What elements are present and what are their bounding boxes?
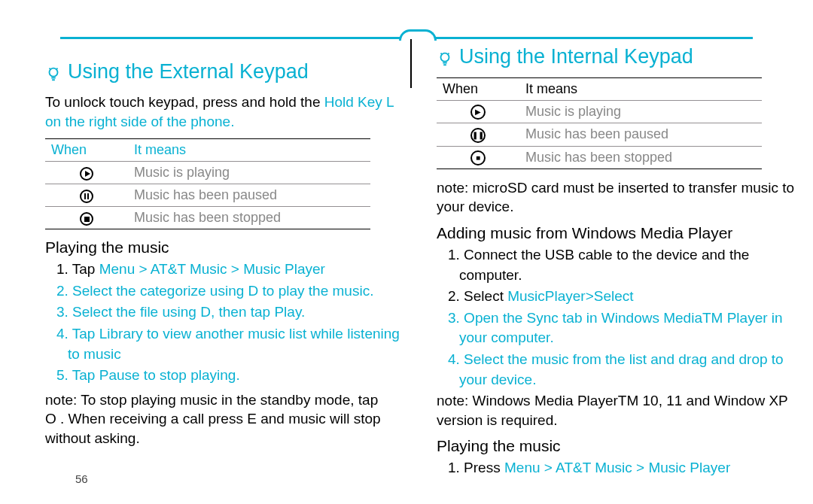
playing-steps: 1. Tap Menu > AT&T Music > Music Player … — [45, 260, 406, 386]
s2c: to play the music. — [258, 283, 373, 299]
internal-status-table: When It means ▶ Music is playing ❚❚ Musi… — [437, 77, 762, 169]
s3d: Play. — [274, 304, 305, 320]
s2a: 2. Select the categorize using — [56, 283, 248, 299]
playing-music-title: Playing the music — [45, 238, 406, 257]
when-icon-cell: ■ — [437, 146, 519, 169]
when-icon-cell — [45, 162, 128, 184]
step-4: 4. Tap Library to view another music lis… — [56, 324, 406, 364]
note1c: E — [247, 411, 257, 427]
add-step-4: 4. Select the music from the list and dr… — [448, 350, 798, 390]
note1b: O . When receiving a call press — [45, 411, 247, 427]
ps1b: Menu > AT&T Music > Music Player — [504, 460, 730, 475]
meaning-cell: Music has been paused — [519, 123, 762, 146]
playing-steps-right: 1. Press Menu > AT&T Music > Music Playe… — [437, 458, 798, 478]
step-1: 1. Tap Menu > AT&T Music > Music Player — [56, 260, 406, 280]
external-status-table: When It means Music is playing Music has… — [45, 138, 370, 229]
adding-steps: 1. Connect the USB cable to the device a… — [437, 245, 798, 390]
col-meaning: It means — [519, 78, 762, 101]
step-5: 5. Tap Pause to stop playing. — [56, 366, 406, 386]
note1a: note: To stop playing music in the stand… — [45, 392, 378, 408]
table-row: ■ Music has been stopped — [437, 146, 762, 169]
tm-mark: TM — [702, 310, 723, 326]
meaning-cell: Music has been paused — [128, 184, 370, 207]
col-when: When — [45, 139, 128, 162]
section-title-internal: Using the Internal Keypad — [437, 45, 798, 68]
s2a: 2. Select — [448, 288, 507, 304]
when-icon-cell — [45, 184, 128, 207]
table-row: Music is playing — [45, 162, 370, 184]
play-icon — [80, 167, 93, 181]
title-text: Using the External Keypad — [68, 60, 309, 83]
table-row: ❚❚ Music has been paused — [437, 123, 762, 146]
lightbulb-icon — [45, 64, 62, 80]
play-step-1: 1. Press Menu > AT&T Music > Music Playe… — [448, 458, 798, 478]
add-step-1: 1. Connect the USB cable to the device a… — [448, 245, 798, 285]
s3c: , then tap — [211, 304, 275, 320]
section-title-external: Using the External Keypad — [45, 60, 406, 83]
note-stop-playing: note: To stop playing music in the stand… — [45, 390, 406, 448]
meaning-cell: Music has been stopped — [519, 146, 762, 169]
s3b: D — [200, 304, 211, 320]
tm-mark: TM — [618, 393, 638, 408]
table-header-row: When It means — [437, 78, 762, 101]
page-number: 56 — [75, 472, 88, 485]
svg-point-1 — [441, 53, 449, 61]
title-text: Using the Internal Keypad — [459, 45, 693, 68]
hold-key-label: Hold Key L — [324, 94, 394, 110]
s4b: Library — [99, 326, 143, 342]
step-3: 3. Select the file using D, then tap Pla… — [56, 302, 406, 323]
intro-plain: To unlock touch keypad, press and hold t… — [45, 94, 320, 110]
intro-teal-suffix: on the right side of the phone. — [45, 114, 234, 129]
stop-icon: ■ — [470, 150, 486, 165]
s5c: to stop playing. — [140, 367, 240, 383]
table-row: Music has been paused — [45, 184, 370, 207]
s2b: MusicPlayer>Select — [507, 288, 633, 304]
s1a: 1. Tap — [56, 261, 95, 277]
intro-text: To unlock touch keypad, press and hold t… — [45, 93, 406, 131]
when-icon-cell: ❚❚ — [437, 123, 519, 146]
col-meaning: It means — [128, 139, 370, 162]
table-row: ▶ Music is playing — [437, 101, 762, 123]
table-row: Music has been stopped — [45, 207, 370, 229]
left-column: Using the External Keypad To unlock touc… — [45, 45, 414, 480]
divider-tab — [399, 29, 437, 41]
s5a: 5. Tap — [56, 367, 99, 383]
when-icon-cell: ▶ — [437, 101, 519, 123]
play-icon: ▶ — [470, 105, 486, 120]
svg-point-0 — [50, 68, 58, 76]
nwa: note: Windows Media Player — [437, 393, 618, 408]
col-when: When — [437, 78, 519, 101]
lightbulb-icon — [437, 49, 453, 65]
page-content: Using the External Keypad To unlock touc… — [0, 0, 813, 495]
s3a: 3. Open the Sync tab in Windows Media — [448, 310, 702, 326]
note-microsd: note: microSD card must be inserted to t… — [437, 178, 798, 217]
s4a: 4. Tap — [56, 326, 99, 342]
ps1a: 1. Press — [448, 460, 504, 475]
step-2: 2. Select the categorize using D to play… — [56, 281, 406, 302]
note-wmp: note: Windows Media PlayerTM 10, 11 and … — [437, 391, 798, 430]
adding-music-title: Adding music from Windows Media Player — [437, 224, 798, 242]
add-step-3: 3. Open the Sync tab in Windows MediaTM … — [448, 308, 798, 348]
stop-icon — [80, 212, 93, 226]
meaning-cell: Music is playing — [128, 162, 370, 184]
playing-music-title-right: Playing the music — [437, 437, 798, 455]
table-header-row: When It means — [45, 139, 370, 162]
when-icon-cell — [45, 207, 128, 229]
s5b: Pause — [99, 367, 140, 383]
add-step-2: 2. Select MusicPlayer>Select — [448, 287, 798, 307]
pause-icon: ❚❚ — [470, 128, 486, 143]
right-column: Using the Internal Keypad When It means … — [429, 45, 798, 480]
meaning-cell: Music is playing — [519, 101, 762, 123]
pause-icon — [80, 190, 93, 203]
s1b: Menu > AT&T Music > Music Player — [99, 261, 325, 277]
meaning-cell: Music has been stopped — [128, 207, 370, 229]
s2b: D — [248, 283, 259, 299]
s3a: 3. Select the file using — [56, 304, 200, 320]
